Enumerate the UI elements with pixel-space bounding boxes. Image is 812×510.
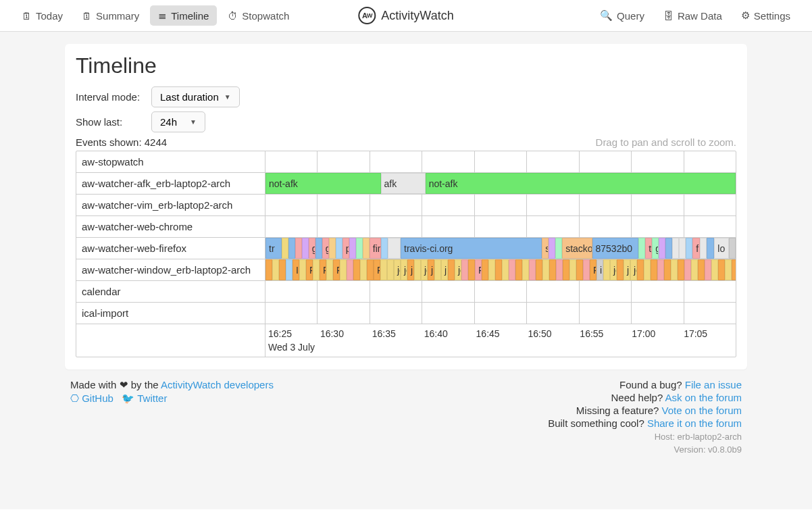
timeline-event[interactable] xyxy=(671,259,678,280)
timeline-event[interactable] xyxy=(414,259,421,280)
timeline-event[interactable] xyxy=(381,238,388,259)
row-track[interactable]: trggpfirtravis-ci.orgsstacko87532b0tgflo xyxy=(265,238,736,259)
forum-vote-link[interactable]: Vote on the forum xyxy=(662,405,742,416)
timeline-event[interactable] xyxy=(672,238,679,259)
timeline-event[interactable]: j xyxy=(428,259,434,280)
nav-raw data[interactable]: 🗄Raw Data xyxy=(655,6,730,26)
timeline-event[interactable] xyxy=(302,238,309,259)
timeline-event[interactable]: g xyxy=(322,238,329,259)
timeline-event[interactable] xyxy=(461,259,468,280)
timeline-event[interactable]: Fi xyxy=(333,259,340,280)
timeline-event[interactable] xyxy=(536,259,542,280)
row-track[interactable] xyxy=(265,216,736,237)
timeline-event[interactable]: not-afk xyxy=(426,173,736,194)
timeline-grid[interactable]: aw-stopwatchaw-watcher-afk_erb-laptop2-a… xyxy=(76,151,736,357)
timeline-event[interactable] xyxy=(638,238,645,259)
timeline-event[interactable] xyxy=(360,259,367,280)
timeline-event[interactable] xyxy=(664,259,671,280)
forum-help-link[interactable]: Ask on the forum xyxy=(665,392,742,403)
timeline-event[interactable] xyxy=(495,259,502,280)
timeline-event[interactable]: I xyxy=(293,259,299,280)
timeline-event[interactable] xyxy=(718,259,725,280)
timeline-event[interactable] xyxy=(502,259,509,280)
timeline-event[interactable] xyxy=(678,259,684,280)
timeline-event[interactable]: fir xyxy=(370,238,381,259)
forum-share-link[interactable]: Share it on the forum xyxy=(647,417,742,429)
timeline-event[interactable] xyxy=(651,259,657,280)
timeline-event[interactable] xyxy=(367,259,374,280)
timeline-event[interactable] xyxy=(279,259,286,280)
timeline-event[interactable] xyxy=(434,259,441,280)
timeline-event[interactable] xyxy=(388,238,401,259)
timeline-event[interactable] xyxy=(563,259,569,280)
timeline-event[interactable]: travis-ci.org xyxy=(401,238,542,259)
github-link[interactable]: ⎔ GitHub xyxy=(70,392,113,404)
timeline-event[interactable] xyxy=(684,259,691,280)
timeline-event[interactable] xyxy=(380,259,387,280)
timeline-event[interactable] xyxy=(556,259,563,280)
timeline-event[interactable]: g xyxy=(309,238,315,259)
timeline-event[interactable] xyxy=(387,259,394,280)
timeline-event[interactable] xyxy=(363,238,370,259)
row-track[interactable] xyxy=(265,281,736,302)
timeline-event[interactable] xyxy=(347,259,353,280)
row-track[interactable]: IFFFiFirjetbrains-jetbjjetbrajjjetFFirij… xyxy=(265,259,736,280)
timeline-event[interactable]: s xyxy=(542,238,549,259)
timeline-event[interactable] xyxy=(488,259,495,280)
timeline-event[interactable] xyxy=(679,238,686,259)
timeline-event[interactable] xyxy=(448,259,455,280)
timeline-event[interactable]: g xyxy=(652,238,659,259)
timeline-event[interactable] xyxy=(329,238,336,259)
twitter-link[interactable]: 🐦 Twitter xyxy=(122,392,167,404)
timeline-event[interactable] xyxy=(349,238,356,259)
timeline-event[interactable]: stacko xyxy=(562,238,592,259)
timeline-event[interactable] xyxy=(549,238,555,259)
timeline-event[interactable] xyxy=(637,259,644,280)
nav-summary[interactable]: 🗓Summary xyxy=(74,6,147,26)
row-track[interactable] xyxy=(265,303,736,324)
timeline-event[interactable] xyxy=(529,259,536,280)
developers-link[interactable]: ActivityWatch developers xyxy=(161,379,274,390)
timeline-event[interactable]: j xyxy=(441,259,448,280)
timeline-event[interactable] xyxy=(288,238,295,259)
timeline-event[interactable] xyxy=(340,259,347,280)
timeline-event[interactable] xyxy=(657,259,664,280)
interval-dropdown[interactable]: Last duration ▼ xyxy=(151,86,240,107)
timeline-event[interactable]: afk xyxy=(381,173,426,194)
nav-stopwatch[interactable]: ⏱Stopwatch xyxy=(220,6,297,26)
brand[interactable]: AW ActivityWatch xyxy=(358,7,453,24)
timeline-event[interactable]: Fir xyxy=(374,259,380,280)
timeline-event[interactable] xyxy=(549,259,556,280)
timeline-event[interactable]: jetb xyxy=(401,259,407,280)
timeline-event[interactable] xyxy=(711,259,718,280)
timeline-event[interactable] xyxy=(569,259,576,280)
timeline-event[interactable] xyxy=(482,259,488,280)
timeline-event[interactable] xyxy=(286,259,293,280)
nav-query[interactable]: 🔍Query xyxy=(592,5,653,26)
timeline-event[interactable]: j xyxy=(624,259,630,280)
timeline-event[interactable] xyxy=(603,259,610,280)
timeline-event[interactable] xyxy=(282,238,288,259)
timeline-event[interactable]: je xyxy=(630,259,637,280)
timeline-event[interactable]: 87532b0 xyxy=(592,238,639,259)
timeline-event[interactable]: jetbrains- xyxy=(394,259,401,280)
timeline-event[interactable]: jetbra xyxy=(421,259,428,280)
timeline-event[interactable]: t xyxy=(645,238,652,259)
timeline-event[interactable] xyxy=(509,259,515,280)
timeline-event[interactable] xyxy=(326,259,333,280)
row-track[interactable] xyxy=(265,151,736,172)
timeline-event[interactable] xyxy=(705,259,711,280)
nav-today[interactable]: 🗓Today xyxy=(14,6,71,26)
timeline-event[interactable] xyxy=(644,259,651,280)
timeline-event[interactable] xyxy=(295,238,302,259)
timeline-event[interactable] xyxy=(555,238,562,259)
timeline-event[interactable] xyxy=(659,238,665,259)
timeline-event[interactable]: p xyxy=(342,238,349,259)
timeline-event[interactable] xyxy=(299,259,306,280)
timeline-event[interactable]: F xyxy=(320,259,326,280)
timeline-event[interactable] xyxy=(698,259,705,280)
nav-timeline[interactable]: ≣Timeline xyxy=(150,5,217,26)
timeline-event[interactable] xyxy=(576,259,583,280)
timeline-event[interactable]: F xyxy=(306,259,313,280)
timeline-event[interactable] xyxy=(356,238,363,259)
